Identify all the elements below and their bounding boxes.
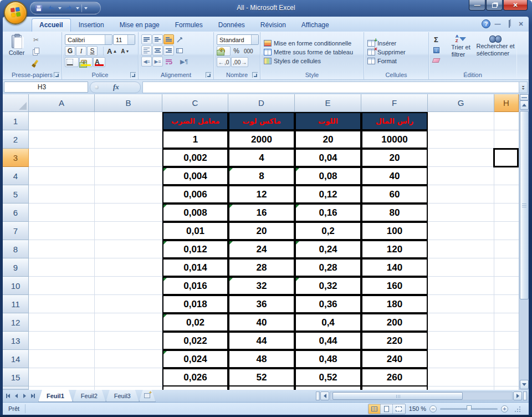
- formula-input[interactable]: [142, 82, 519, 93]
- decrease-indent-button[interactable]: ◀≡: [141, 57, 152, 67]
- cell-D3[interactable]: 4: [228, 149, 295, 167]
- row-header-1[interactable]: 1: [3, 112, 29, 130]
- doc-close-button[interactable]: ✕: [516, 21, 525, 27]
- column-header-B[interactable]: B: [95, 94, 162, 112]
- selected-cell-H3[interactable]: [493, 148, 519, 167]
- cell-C2[interactable]: 1: [162, 130, 228, 149]
- fill-color-button[interactable]: [79, 57, 93, 67]
- cell-E4[interactable]: 0,08: [295, 167, 361, 185]
- cell-D14[interactable]: 48: [228, 350, 295, 368]
- tab-formules[interactable]: Formules: [167, 18, 211, 32]
- column-header-A[interactable]: A: [29, 94, 95, 112]
- redo-button[interactable]: [64, 3, 74, 13]
- column-header-H[interactable]: H: [494, 94, 519, 112]
- zoom-level-text[interactable]: 150 %: [409, 405, 426, 412]
- horizontal-scroll-thumb[interactable]: [332, 392, 463, 400]
- column-header-F[interactable]: F: [361, 94, 428, 112]
- copy-button[interactable]: [30, 46, 42, 56]
- scroll-up-button[interactable]: [520, 100, 529, 110]
- align-center-button[interactable]: [152, 45, 163, 55]
- cell-D2[interactable]: 2000: [228, 130, 295, 149]
- tab-accueil[interactable]: Accueil: [32, 18, 71, 32]
- tab-insertion[interactable]: Insertion: [71, 18, 112, 32]
- normal-view-button[interactable]: [369, 404, 381, 414]
- last-sheet-button[interactable]: [29, 392, 37, 400]
- sheet-tab-feuil2[interactable]: Feuil2: [73, 390, 106, 402]
- cell-C3[interactable]: 0,002: [162, 149, 228, 167]
- decrease-decimal-button[interactable]: ,00→: [231, 57, 248, 67]
- cell-C11[interactable]: 0,018: [162, 295, 228, 313]
- conditional-formatting-button[interactable]: Mise en forme conditionnelle: [262, 39, 362, 48]
- vertical-scrollbar[interactable]: [519, 94, 529, 390]
- row-header-4[interactable]: 4: [3, 167, 29, 185]
- name-box-dropdown[interactable]: [79, 82, 88, 92]
- cell-D8[interactable]: 24: [228, 240, 295, 258]
- scroll-right-button[interactable]: [513, 391, 522, 400]
- row-header-15[interactable]: 15: [3, 368, 29, 387]
- expand-formula-bar-button[interactable]: ⌄⌄: [519, 82, 528, 93]
- sheet-tab-feuil3[interactable]: Feuil3: [106, 390, 139, 402]
- cell-F11[interactable]: 180: [361, 295, 428, 313]
- clipboard-dialog-launcher[interactable]: [54, 72, 59, 78]
- page-layout-view-button[interactable]: [381, 404, 393, 414]
- cell-E9[interactable]: 0,28: [295, 258, 361, 277]
- underline-button[interactable]: S: [87, 46, 98, 56]
- cell-F2[interactable]: 10000: [361, 130, 428, 149]
- align-left-button[interactable]: [141, 45, 152, 55]
- format-painter-button[interactable]: [30, 57, 42, 67]
- help-button[interactable]: ?: [482, 19, 490, 28]
- align-middle-button[interactable]: [152, 34, 163, 44]
- cell-D12[interactable]: 40: [228, 313, 295, 332]
- select-all-button[interactable]: [3, 94, 29, 112]
- minimize-button[interactable]: —: [469, 0, 485, 11]
- font-dialog-launcher[interactable]: [130, 72, 136, 78]
- cell-styles-button[interactable]: Styles de cellules: [262, 57, 362, 65]
- cell-E11[interactable]: 0,36: [295, 295, 361, 313]
- undo-button[interactable]: [46, 3, 56, 13]
- cell-C13[interactable]: 0,022: [162, 332, 228, 350]
- fill-button[interactable]: ↓: [431, 45, 445, 55]
- page-break-view-button[interactable]: [393, 404, 405, 414]
- clear-button[interactable]: [431, 55, 445, 65]
- doc-restore-button[interactable]: [505, 21, 514, 27]
- cell-D6[interactable]: 16: [228, 204, 295, 222]
- cell-E12[interactable]: 0,4: [295, 313, 361, 332]
- cell-F6[interactable]: 80: [361, 204, 428, 222]
- row-header-5[interactable]: 5: [3, 185, 29, 204]
- name-box[interactable]: H3: [4, 82, 88, 93]
- cell-C12[interactable]: 0,02: [162, 313, 228, 332]
- row-header-14[interactable]: 14: [3, 350, 29, 368]
- cell-D13[interactable]: 44: [228, 332, 295, 350]
- column-header-G[interactable]: G: [428, 94, 494, 112]
- scroll-left-button[interactable]: [320, 391, 329, 400]
- doc-minimize-button[interactable]: —: [493, 21, 502, 27]
- cell-F4[interactable]: 40: [361, 167, 428, 185]
- italic-button[interactable]: I: [76, 46, 86, 56]
- sheet-tab-feuil1[interactable]: Feuil1: [38, 390, 73, 402]
- row-header-8[interactable]: 8: [3, 240, 29, 258]
- cell-D5[interactable]: 12: [228, 185, 295, 204]
- row-header-9[interactable]: 9: [3, 258, 29, 277]
- cell-F8[interactable]: 120: [361, 240, 428, 258]
- grow-font-button[interactable]: A▲: [105, 46, 119, 56]
- cell-F10[interactable]: 160: [361, 277, 428, 295]
- cell-F15[interactable]: 260: [361, 368, 428, 387]
- cell-C14[interactable]: 0,024: [162, 350, 228, 368]
- thousands-button[interactable]: 000: [242, 46, 255, 56]
- cell-F12[interactable]: 200: [361, 313, 428, 332]
- cell-D10[interactable]: 32: [228, 277, 295, 295]
- cell-D9[interactable]: 28: [228, 258, 295, 277]
- insert-worksheet-button[interactable]: [139, 390, 156, 402]
- office-button[interactable]: [4, 1, 27, 24]
- close-button[interactable]: ✕: [503, 0, 528, 11]
- cell-E14[interactable]: 0,48: [295, 350, 361, 368]
- redo-dropdown-arrow[interactable]: [76, 7, 79, 9]
- cell-F7[interactable]: 100: [361, 222, 428, 240]
- cell-F14[interactable]: 240: [361, 350, 428, 368]
- row-header-6[interactable]: 6: [3, 204, 29, 222]
- first-sheet-button[interactable]: [4, 392, 12, 400]
- show-pilcrow-button[interactable]: ▶¶: [178, 57, 193, 67]
- align-right-button[interactable]: [163, 45, 174, 55]
- paste-button[interactable]: Coller: [4, 33, 29, 70]
- cut-button[interactable]: ✂: [30, 35, 42, 45]
